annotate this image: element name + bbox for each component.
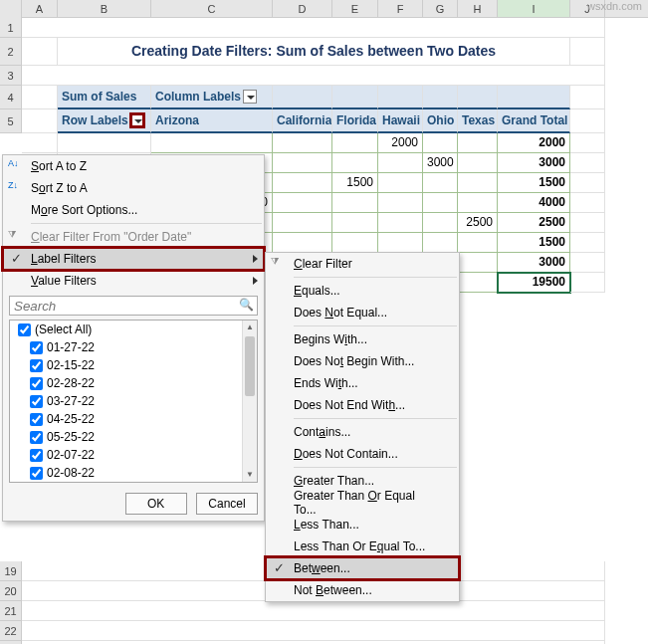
row-header[interactable]: 5: [0, 109, 22, 133]
pivot-cell[interactable]: [458, 133, 498, 153]
scrollbar-vertical[interactable]: ▲ ▼: [242, 321, 257, 482]
filter-checkbox[interactable]: [30, 467, 43, 480]
filter-check-item[interactable]: 05-25-22: [10, 428, 257, 446]
pivot-cell[interactable]: [378, 233, 423, 253]
col-header-D[interactable]: D: [273, 0, 332, 17]
pivot-cell[interactable]: 1500: [498, 173, 570, 193]
sort-a-to-z[interactable]: A↓SSort A to Zort A to Z: [3, 155, 264, 177]
filter-check-item[interactable]: 02-08-22: [10, 464, 257, 482]
does-not-end-with[interactable]: Does Not End With...: [266, 394, 459, 416]
filter-checkbox[interactable]: [30, 377, 43, 390]
less-than-or-equal[interactable]: Less Than Or Equal To...: [266, 536, 459, 557]
filter-checkbox[interactable]: [30, 431, 43, 444]
ok-button[interactable]: OK: [125, 493, 187, 515]
pivot-cell[interactable]: [458, 193, 498, 213]
col-header-C[interactable]: C: [151, 0, 273, 17]
col-header-E[interactable]: E: [332, 0, 378, 17]
pivot-cell[interactable]: [423, 193, 458, 213]
filter-checkbox[interactable]: [30, 359, 43, 372]
row-header[interactable]: 19: [0, 561, 22, 581]
pivot-cell[interactable]: 2500: [498, 213, 570, 233]
pivot-cell[interactable]: 2500: [458, 213, 498, 233]
row-header[interactable]: 2: [0, 38, 22, 66]
row-header[interactable]: 3: [0, 66, 22, 86]
pivot-cell[interactable]: [458, 253, 498, 273]
row-header[interactable]: 4: [0, 86, 22, 109]
pivot-cell[interactable]: [378, 153, 423, 173]
not-between[interactable]: Not Between...: [266, 579, 459, 601]
cancel-button[interactable]: Cancel: [196, 493, 258, 515]
row-header[interactable]: 1: [0, 18, 22, 38]
pivot-cell[interactable]: [458, 233, 498, 253]
row-labels-dropdown-icon[interactable]: [130, 113, 144, 127]
col-header-A[interactable]: A: [22, 0, 58, 17]
greater-than-or-equal[interactable]: Greater Than Or Equal To...: [266, 492, 459, 514]
pivot-cell[interactable]: 3000: [498, 253, 570, 273]
clear-filter[interactable]: ⧩Clear Filter: [266, 253, 459, 275]
filter-checkbox[interactable]: [30, 395, 43, 408]
pivot-cell[interactable]: [273, 153, 332, 173]
pivot-cell[interactable]: [273, 173, 332, 193]
pivot-cell[interactable]: [458, 173, 498, 193]
scroll-thumb[interactable]: [245, 336, 255, 396]
pivot-cell[interactable]: 1500: [498, 233, 570, 253]
filter-check-item[interactable]: 04-25-22: [10, 410, 257, 428]
label-filters[interactable]: ✓Label Filters: [3, 248, 264, 270]
filter-check-item[interactable]: 01-27-22: [10, 338, 257, 356]
pivot-cell[interactable]: [378, 193, 423, 213]
filter-value-list[interactable]: (Select All)01-27-2202-15-2202-28-2203-2…: [9, 320, 258, 483]
pivot-cell[interactable]: [332, 153, 378, 173]
pivot-cell[interactable]: 3000: [423, 153, 458, 173]
pivot-cell[interactable]: [332, 233, 378, 253]
pivot-cell[interactable]: [378, 213, 423, 233]
filter-checkbox[interactable]: [18, 323, 31, 336]
filter-check-item[interactable]: 02-15-22: [10, 356, 257, 374]
sort-z-to-a[interactable]: Z↓Sort Z to A: [3, 177, 264, 199]
row-header[interactable]: 21: [0, 601, 22, 621]
pivot-cell[interactable]: 19500: [498, 273, 570, 293]
pivot-cell[interactable]: [423, 233, 458, 253]
col-header-I[interactable]: I: [498, 0, 570, 17]
select-all-corner[interactable]: [0, 0, 22, 18]
col-header-F[interactable]: F: [378, 0, 423, 17]
row-header[interactable]: 22: [0, 621, 22, 641]
scroll-down-icon[interactable]: ▼: [243, 468, 257, 482]
col-header-G[interactable]: G: [423, 0, 458, 17]
does-not-begin-with[interactable]: Does Not Begin With...: [266, 350, 459, 372]
begins-with[interactable]: Begins With...: [266, 328, 459, 350]
pivot-cell[interactable]: [273, 133, 332, 153]
less-than[interactable]: Less Than...: [266, 514, 459, 536]
filter-check-item[interactable]: (Select All): [10, 321, 257, 338]
pivot-cell[interactable]: 4000: [498, 193, 570, 213]
does-not-equal[interactable]: Does Not Equal...: [266, 302, 459, 323]
equals[interactable]: Equals...: [266, 280, 459, 302]
pivot-cell[interactable]: [332, 213, 378, 233]
more-sort-options[interactable]: More Sort Options...: [3, 199, 264, 221]
pivot-cell[interactable]: [378, 173, 423, 193]
col-header-H[interactable]: H: [458, 0, 498, 17]
filter-checkbox[interactable]: [30, 413, 43, 426]
filter-search-input[interactable]: [9, 296, 258, 316]
pivot-cell[interactable]: 3000: [498, 153, 570, 173]
pivot-cell[interactable]: [332, 193, 378, 213]
filter-checkbox[interactable]: [30, 449, 43, 462]
clear-filter-from[interactable]: ⧩Clear Filter From "Order Date": [3, 226, 264, 248]
value-filters[interactable]: Value Filters: [3, 270, 264, 292]
pivot-cell[interactable]: [273, 233, 332, 253]
pivot-cell[interactable]: 1500: [332, 173, 378, 193]
pivot-cell[interactable]: [423, 213, 458, 233]
does-not-contain[interactable]: Does Not Contain...: [266, 443, 459, 465]
row-header[interactable]: 20: [0, 581, 22, 601]
pivot-cell[interactable]: [273, 213, 332, 233]
col-header-B[interactable]: B: [58, 0, 151, 17]
pivot-cell[interactable]: [423, 133, 458, 153]
filter-check-item[interactable]: 03-27-22: [10, 392, 257, 410]
pivot-cell[interactable]: 2000: [498, 133, 570, 153]
filter-checkbox[interactable]: [30, 341, 43, 354]
between[interactable]: ✓Between...: [266, 557, 459, 579]
scroll-up-icon[interactable]: ▲: [243, 321, 257, 334]
pivot-cell[interactable]: 2000: [378, 133, 423, 153]
column-labels-dropdown-icon[interactable]: [243, 90, 257, 104]
pivot-cell[interactable]: [458, 153, 498, 173]
ends-with[interactable]: Ends With...: [266, 372, 459, 394]
